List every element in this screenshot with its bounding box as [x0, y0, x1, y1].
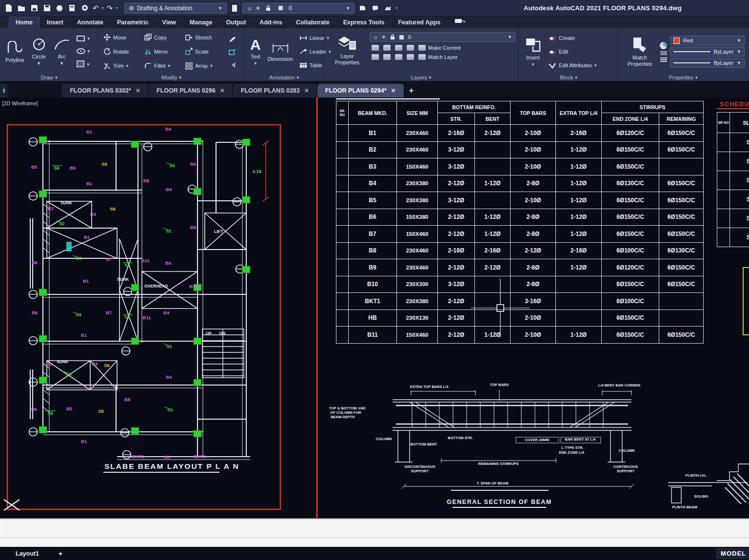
beam-cell: 3-16Ø: [511, 293, 556, 310]
create-block-button[interactable]: Create: [546, 35, 598, 42]
close-tab-icon[interactable]: ✕: [304, 87, 309, 94]
edit-attributes-button[interactable]: Edit Attributes▾: [546, 62, 598, 69]
file-tab-floor-plans-0294-[interactable]: FLOOR PLANS 0294*✕: [317, 84, 404, 97]
insert-button[interactable]: Insert▾: [522, 36, 544, 68]
annotation-panel-label[interactable]: Annotation▾: [245, 73, 323, 82]
open-file-icon[interactable]: [17, 3, 26, 13]
scale-button[interactable]: Scale: [183, 47, 224, 56]
close-tab-icon[interactable]: ✕: [220, 87, 225, 94]
layer-off-icon[interactable]: [372, 45, 379, 51]
undo-dropdown-icon: ▾: [102, 6, 104, 10]
fillet-button[interactable]: Fillet▾: [142, 62, 183, 70]
stretch-button[interactable]: Stretch: [183, 34, 224, 41]
copy-button[interactable]: Copy: [142, 33, 183, 41]
add-layout-button[interactable]: +: [59, 550, 62, 558]
tool-icon-b[interactable]: [370, 3, 380, 13]
ribbon-tab-home[interactable]: Home: [9, 17, 39, 28]
new-file-icon[interactable]: [4, 3, 14, 13]
properties-icon[interactable]: [80, 3, 90, 13]
tool-icon-c[interactable]: [383, 3, 393, 13]
lineweight-dropdown[interactable]: ByLayer▼: [670, 58, 745, 68]
layer-freeze-icon[interactable]: [395, 45, 402, 51]
ribbon-tab-annotate[interactable]: Annotate: [71, 17, 110, 28]
layer-properties-button[interactable]: Layer Properties: [327, 32, 368, 66]
file-tab-floor-plans-0302-[interactable]: FLOOR PLANS 0302*✕: [62, 84, 149, 97]
command-line[interactable]: ::: [0, 518, 749, 547]
toolbar-dropdown-icon[interactable]: ▾: [395, 6, 397, 10]
sheet-icon[interactable]: [67, 3, 77, 13]
file-tab-partial[interactable]: t: [0, 84, 8, 97]
file-tab-floor-plans-0296[interactable]: FLOOR PLANS 0296✕: [149, 84, 233, 97]
layer-on-icon[interactable]: [372, 54, 379, 60]
quick-layer-dropdown[interactable]: ☼ ☀ 0 ▼: [242, 3, 355, 14]
match-layer-button[interactable]: Match Layer: [418, 54, 458, 60]
ribbon-tab-output[interactable]: Output: [219, 17, 252, 28]
beam-cell: 1-12Ø: [556, 158, 602, 175]
mirror-button[interactable]: Mirror: [142, 48, 183, 56]
plan-label-b3: B3: [90, 212, 96, 217]
draw-panel-label[interactable]: Draw▾: [0, 73, 98, 82]
edit-block-button[interactable]: Edit: [546, 48, 598, 56]
yellow-table-fragment: [743, 267, 749, 335]
layer-dropdown[interactable]: ☼ ☀ 0 ▼: [370, 32, 515, 42]
move-button[interactable]: Move: [101, 33, 142, 41]
arc-button[interactable]: Arc▼: [51, 37, 73, 67]
workspace-dropdown[interactable]: ⚙ Drafting & Annotation ▼: [124, 3, 227, 14]
doc-icon[interactable]: [230, 3, 239, 13]
save-as-icon[interactable]: [42, 3, 52, 13]
color-dropdown[interactable]: Red▼: [670, 36, 745, 45]
layer-tools-row-1: Make Current: [370, 44, 515, 51]
beam-cell: 6Ø120C/C: [602, 125, 659, 142]
ribbon-tab-manage[interactable]: Manage: [183, 17, 219, 28]
text-button[interactable]: A Text▾: [248, 37, 263, 67]
close-tab-icon[interactable]: ✕: [391, 87, 396, 94]
plot-icon[interactable]: [55, 3, 64, 13]
linetype-dropdown[interactable]: ByLayer▼: [670, 47, 745, 57]
new-tab-button[interactable]: +: [409, 86, 414, 95]
tool-icon-a[interactable]: [357, 3, 367, 13]
ellipse-button[interactable]: ▾: [75, 48, 92, 55]
save-icon[interactable]: [29, 3, 39, 13]
model-space-button[interactable]: MODEL: [716, 548, 749, 559]
dimension-button[interactable]: Dimension: [265, 41, 296, 63]
layers-panel-label[interactable]: Layers▾: [324, 73, 518, 82]
drawing-viewport[interactable]: [2D Wireframe]: [0, 97, 749, 518]
file-tab-floor-plans-0283[interactable]: FLOOR PLANS 0283✕: [233, 84, 317, 97]
layout-tab[interactable]: Layout1: [16, 550, 39, 557]
ribbon-tab-express-tools[interactable]: Express Tools: [337, 17, 391, 28]
erase-button[interactable]: [226, 35, 238, 43]
rotate-button[interactable]: Rotate: [101, 47, 142, 56]
ribbon-tab-view[interactable]: View: [156, 17, 182, 28]
column-grip: [39, 426, 47, 433]
rectangle-button[interactable]: ▾: [75, 35, 92, 42]
beam-cell: 6Ø120C/C: [602, 259, 659, 276]
undo-icon[interactable]: ↶: [93, 4, 99, 12]
modify-panel-label[interactable]: Modify▾: [99, 73, 244, 82]
layer-thaw-icon[interactable]: [395, 54, 402, 60]
ribbon-display-icon[interactable]: [454, 17, 465, 26]
block-panel-label[interactable]: Block▾: [519, 73, 618, 82]
layer-unisolate-icon[interactable]: [383, 54, 391, 60]
offset-button[interactable]: [226, 61, 238, 68]
layer-isolate-icon[interactable]: [383, 45, 391, 51]
circle-button[interactable]: Circle▼: [29, 37, 49, 67]
plan-label-b1: B1: [86, 386, 92, 391]
make-current-button[interactable]: Make Current: [418, 45, 461, 51]
ribbon-tab-featured-apps[interactable]: Featured Apps: [392, 17, 447, 28]
redo-icon[interactable]: ↷: [107, 4, 113, 12]
layer-unlock-icon[interactable]: [407, 54, 414, 60]
layer-lock-icon[interactable]: [407, 45, 414, 51]
ribbon-tab-collaborate[interactable]: Collaborate: [290, 17, 336, 28]
close-tab-icon[interactable]: ✕: [136, 87, 140, 94]
ribbon-tab-parametric[interactable]: Parametric: [111, 17, 155, 28]
properties-panel-label[interactable]: Properties▾: [619, 73, 748, 82]
trim-button[interactable]: Trim▾: [101, 62, 142, 70]
hatch-button[interactable]: ▾: [75, 60, 92, 68]
ribbon-tab-insert[interactable]: Insert: [40, 17, 70, 28]
explode-button[interactable]: [226, 48, 238, 56]
ribbon-tab-add-ins[interactable]: Add-ins: [253, 17, 289, 28]
match-properties-button[interactable]: Match Properties: [622, 36, 658, 68]
slab-schedule-table: SR NO SLAB S1S2S3S4S5S6: [717, 112, 749, 247]
polyline-button[interactable]: Polyline: [3, 40, 27, 64]
array-button[interactable]: Array▾: [183, 62, 224, 70]
